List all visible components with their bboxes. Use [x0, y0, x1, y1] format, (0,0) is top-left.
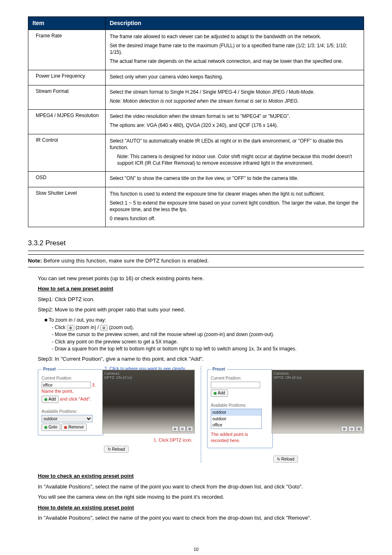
- current-position-input-b[interactable]: [211, 382, 260, 388]
- step1: Step1: Click DPTZ icon.: [38, 296, 364, 303]
- intro-text: You can set new preset points (up to 16)…: [38, 275, 364, 282]
- dptz-grid-button-b[interactable]: ⊞: [356, 426, 362, 432]
- table-row: Frame RateThe frame rate allowed to each…: [28, 30, 364, 70]
- zoom-in-button[interactable]: ⊕: [172, 426, 178, 432]
- desc-line: Select the video resolution when the str…: [110, 113, 360, 120]
- item-cell: Slow Shutter Level: [28, 187, 106, 227]
- add-button-b[interactable]: Add: [211, 389, 228, 397]
- desc-cell: Select the video resolution when the str…: [105, 110, 364, 134]
- desc-line: Select the stream format to Single H.264…: [110, 89, 360, 95]
- desc-cell: Select only when your camera video keeps…: [105, 70, 364, 85]
- howto-new-heading: How to set a new preset point: [38, 285, 364, 292]
- item-cell: MPEG4 / MJPEG Resolution: [28, 110, 106, 134]
- cam-title-a: Camera1: [104, 371, 120, 375]
- table-row: Slow Shutter LevelThis function is used …: [28, 187, 364, 227]
- item-cell: IR Control: [28, 134, 106, 172]
- ann-recorded-2: recorded here.: [211, 438, 269, 444]
- settings-table: Item Description Frame RateThe frame rat…: [28, 16, 364, 227]
- desc-line: Set the desired image frame rate to the …: [110, 42, 360, 55]
- preset-fieldset-b: Preset Current Position: Add Available P…: [207, 366, 273, 448]
- cam-dptz-b: DPTZ: ON (d:1x): [274, 375, 302, 380]
- check-p2: You will see the camera view on the righ…: [38, 493, 364, 501]
- zoom-instructions: To zoom in / out, you may: - Click ⊕ (zo…: [44, 317, 364, 352]
- available-positions-select-a[interactable]: outdoor: [42, 415, 92, 422]
- desc-line: The frame rate allowed to each viewer ca…: [110, 33, 360, 40]
- table-row: Power Line FrequencySelect only when you…: [28, 70, 364, 85]
- table-row: MPEG4 / MJPEG ResolutionSelect the video…: [28, 110, 364, 134]
- item-cell: Power Line Frequency: [28, 70, 106, 85]
- desc-line: 0 means function off.: [110, 215, 360, 222]
- dptz-grid-button[interactable]: ⊞: [187, 426, 193, 432]
- refresh-icon: ↻: [108, 447, 111, 451]
- preset-panel-right: Camera1 DPTZ: ON (d:1x) ⊕ ⊖ ⊞ Preset Cur…: [207, 366, 364, 463]
- current-position-label-b: Current Position:: [211, 375, 269, 381]
- current-position-label-a: Current Position:: [42, 375, 100, 381]
- desc-line: Note: This camera is designed for indoor…: [110, 153, 360, 166]
- zoom-in-icon: ⊕: [67, 325, 74, 331]
- section-title: 3.3.2 Preset: [28, 239, 364, 248]
- howto-check-heading: How to check an existing preset point: [38, 472, 364, 480]
- note-prefix: Note:: [28, 258, 42, 264]
- list-item[interactable]: outdoor: [211, 409, 261, 416]
- preset-gallery: 2. Click to where you want to see clearl…: [38, 366, 364, 463]
- list-item[interactable]: outdoor: [211, 416, 261, 422]
- note-text: Before using this function, make sure th…: [44, 258, 209, 264]
- desc-line: Select only when your camera video keeps…: [110, 74, 360, 80]
- goto-button[interactable]: Goto: [42, 424, 60, 431]
- note-box: Note: Before using this function, make s…: [28, 254, 364, 267]
- available-positions-list-b[interactable]: outdoor outdoor office: [211, 409, 262, 429]
- camera-preview-a: Camera1 DPTZ: ON (d:1x) ⊕ ⊖ ⊞: [102, 370, 195, 433]
- desc-cell: The frame rate allowed to each viewer ca…: [105, 30, 364, 70]
- desc-line: The actual frame rate depends on the act…: [110, 58, 360, 64]
- add-button-a[interactable]: Add: [42, 396, 59, 403]
- zoom-item-5x: - Click any point on the preview screen …: [52, 339, 364, 345]
- available-positions-label-a: Available Positions:: [42, 409, 100, 415]
- desc-line: Note: Motion detection is not supported …: [110, 98, 360, 104]
- desc-cell: Select the stream format to Single H.264…: [105, 85, 364, 109]
- zoom-item-click: - Click ⊕ (zoom in) / ⊖ (zoom out).: [52, 324, 364, 331]
- desc-cell: This function is used to extend the expo…: [105, 187, 364, 227]
- camera-preview-b: Camera1 DPTZ: ON (d:1x) ⊕ ⊖ ⊞: [272, 370, 364, 433]
- current-position-input-a[interactable]: [42, 382, 91, 388]
- preset-legend-b: Preset: [211, 366, 227, 372]
- zoom-lead: To zoom in / out, you may:: [44, 317, 364, 323]
- reload-button-b[interactable]: ↻ Reload: [273, 456, 298, 463]
- refresh-icon: ↻: [277, 457, 280, 461]
- item-cell: Frame Rate: [28, 30, 106, 70]
- step2: Step2: Move to the point with proper rat…: [38, 306, 364, 313]
- list-item[interactable]: office: [211, 422, 261, 428]
- desc-line: This function is used to extend the expo…: [110, 191, 360, 197]
- step3: Step3: In "Current Position", give a nam…: [38, 355, 364, 363]
- table-row: IR ControlSelect "AUTO" to automatically…: [28, 134, 364, 172]
- item-cell: OSD: [28, 172, 106, 187]
- howto-delete-heading: How to delete an existing preset point: [38, 504, 364, 511]
- col-item: Item: [28, 17, 106, 30]
- desc-line: Select "ON" to show the camera title on …: [110, 175, 360, 182]
- desc-line: The options are: VGA (640 x 480), QVGA (…: [110, 122, 360, 129]
- desc-line: Select "AUTO" to automatically enable IR…: [110, 138, 360, 151]
- ann-click-dptz: 1. Click DPTZ icon.: [38, 437, 195, 443]
- page-number: 10: [28, 546, 364, 553]
- check-p1: In "Available Positions", select the nam…: [38, 483, 364, 491]
- cam-title-b: Camera1: [274, 371, 289, 375]
- delete-p: In "Available Positions", select the nam…: [38, 514, 364, 522]
- ann-recorded-1: The added point is: [211, 431, 269, 438]
- section-rule: [28, 251, 364, 251]
- zoom-in-button-b[interactable]: ⊕: [341, 426, 348, 432]
- table-row: Stream FormatSelect the stream format to…: [28, 85, 364, 109]
- desc-cell: Select "AUTO" to automatically enable IR…: [105, 134, 364, 172]
- zoom-item-square: - Draw a square from the top left to bot…: [52, 345, 364, 352]
- ann-click-add: and click "Add".: [60, 396, 91, 401]
- zoom-out-button-b[interactable]: ⊖: [348, 426, 355, 432]
- item-cell: Stream Format: [28, 85, 106, 109]
- desc-cell: Select "ON" to show the camera title on …: [105, 172, 364, 187]
- zoom-out-button[interactable]: ⊖: [179, 426, 186, 432]
- zoom-item-wheel: - Move the cursor to the preview screen,…: [52, 331, 364, 338]
- reload-button-a[interactable]: ↻ Reload: [104, 446, 129, 453]
- preset-panel-left: 2. Click to where you want to see clearl…: [38, 366, 195, 463]
- remove-button[interactable]: Remove: [61, 424, 86, 431]
- preset-legend-a: Preset: [42, 366, 58, 372]
- desc-line: Select 1 ~ 5 to extend the exposure time…: [110, 200, 360, 213]
- preset-fieldset-a: Preset Current Position: 3. Name the poi…: [38, 366, 104, 435]
- zoom-out-icon: ⊖: [100, 325, 108, 331]
